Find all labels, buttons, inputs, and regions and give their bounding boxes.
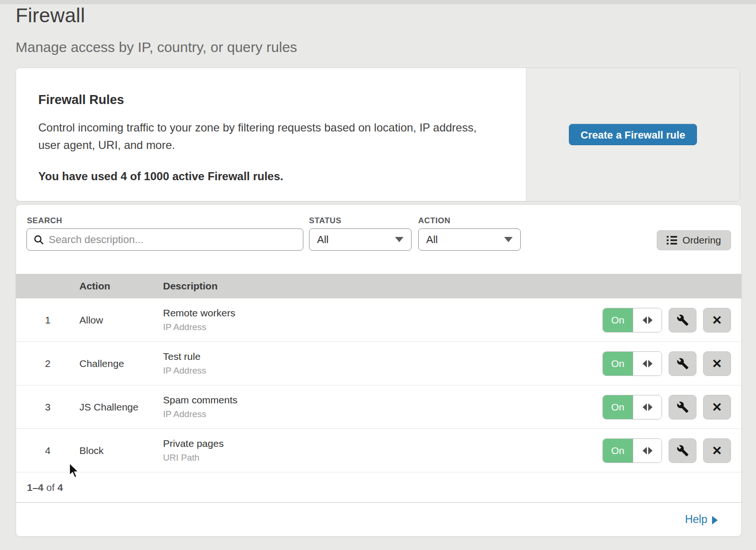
rule-action: Challenge bbox=[79, 358, 163, 369]
rule-description: Remote workers bbox=[163, 307, 602, 319]
rules-list: 1 Allow Remote workers IP Address On ✕ bbox=[16, 298, 741, 472]
page-subtitle: Manage access by IP, country, or query r… bbox=[16, 39, 297, 55]
top-edge-strip bbox=[0, 0, 756, 4]
table-row: 1 Allow Remote workers IP Address On ✕ bbox=[16, 298, 741, 342]
rule-enabled-toggle[interactable]: On bbox=[602, 395, 662, 419]
toggle-on-label: On bbox=[603, 308, 633, 332]
toggle-handle[interactable] bbox=[633, 308, 662, 332]
rule-match-type: IP Address bbox=[163, 322, 602, 332]
toggle-handle[interactable] bbox=[633, 352, 662, 375]
action-column-header: Action bbox=[79, 280, 163, 292]
rule-controls: On ✕ bbox=[602, 438, 741, 463]
edit-rule-button[interactable] bbox=[669, 308, 696, 332]
overview-usage-count: You have used 4 of 1000 active Firewall … bbox=[38, 170, 498, 183]
rule-description: Spam comments bbox=[163, 394, 602, 406]
chevron-down-icon bbox=[395, 237, 404, 242]
delete-rule-button[interactable]: ✕ bbox=[703, 351, 731, 376]
rule-priority: 2 bbox=[16, 358, 79, 369]
page-header: Firewall Manage access by IP, country, o… bbox=[16, 4, 297, 55]
toggle-on-label: On bbox=[603, 395, 633, 419]
triangle-right-icon bbox=[648, 403, 653, 411]
rule-description: Private pages bbox=[163, 438, 602, 449]
firewall-rules-list-card: SEARCH STATUS All ACTION All bbox=[16, 204, 742, 537]
pagination-range: 1–4 bbox=[27, 482, 43, 493]
search-label: SEARCH bbox=[27, 216, 62, 226]
close-icon: ✕ bbox=[712, 401, 722, 413]
filters-bar: SEARCH STATUS All ACTION All bbox=[16, 205, 741, 274]
wrench-icon bbox=[677, 358, 689, 370]
table-row: 3 JS Challenge Spam comments IP Address … bbox=[16, 385, 741, 429]
firewall-rules-overview-card: Firewall Rules Control incoming traffic … bbox=[16, 68, 740, 201]
search-input[interactable] bbox=[49, 234, 296, 246]
rule-priority: 3 bbox=[16, 402, 79, 413]
close-icon: ✕ bbox=[712, 314, 722, 326]
rule-action: Allow bbox=[79, 314, 163, 326]
delete-rule-button[interactable]: ✕ bbox=[703, 308, 731, 332]
status-selected-value: All bbox=[317, 234, 328, 246]
table-row: 2 Challenge Test rule IP Address On ✕ bbox=[16, 342, 741, 385]
ordered-list-icon bbox=[667, 236, 677, 245]
triangle-left-icon bbox=[643, 447, 647, 454]
card-footer: Help bbox=[16, 503, 741, 536]
rule-controls: On ✕ bbox=[602, 351, 741, 376]
search-icon bbox=[34, 235, 44, 245]
close-icon: ✕ bbox=[712, 445, 722, 457]
table-header: Action Description bbox=[16, 274, 741, 298]
arrow-right-icon bbox=[712, 516, 718, 524]
toggle-on-label: On bbox=[603, 352, 633, 375]
toggle-handle[interactable] bbox=[633, 439, 662, 463]
triangle-left-icon bbox=[643, 403, 647, 411]
rule-match-type: IP Address bbox=[163, 366, 602, 376]
action-select[interactable]: All bbox=[418, 228, 521, 251]
delete-rule-button[interactable]: ✕ bbox=[703, 395, 731, 419]
rule-match-type: URI Path bbox=[163, 453, 602, 463]
overview-text-panel: Firewall Rules Control incoming traffic … bbox=[16, 68, 526, 201]
edit-rule-button[interactable] bbox=[669, 351, 696, 376]
rule-priority: 1 bbox=[16, 314, 79, 326]
wrench-icon bbox=[677, 314, 689, 326]
rule-description-cell: Spam comments IP Address bbox=[163, 394, 602, 419]
rule-description: Test rule bbox=[163, 351, 602, 362]
help-link-label: Help bbox=[685, 513, 707, 526]
triangle-left-icon bbox=[643, 360, 647, 367]
pagination: 1–4 of 4 bbox=[16, 472, 741, 503]
rule-enabled-toggle[interactable]: On bbox=[602, 438, 662, 463]
status-label: STATUS bbox=[309, 216, 341, 226]
description-column-header: Description bbox=[163, 280, 741, 292]
page-title: Firewall bbox=[16, 4, 297, 27]
rule-description-cell: Remote workers IP Address bbox=[163, 307, 602, 332]
edit-rule-button[interactable] bbox=[669, 395, 696, 419]
overview-action-panel: Create a Firewall rule bbox=[526, 68, 739, 201]
ordering-button-label: Ordering bbox=[682, 235, 721, 246]
ordering-button[interactable]: Ordering bbox=[657, 230, 731, 250]
table-row: 4 Block Private pages URI Path On ✕ bbox=[16, 429, 741, 472]
overview-description: Control incoming traffic to your zone by… bbox=[38, 119, 487, 154]
rule-action: Block bbox=[79, 445, 163, 456]
status-select[interactable]: All bbox=[309, 228, 412, 251]
pagination-of: of bbox=[46, 482, 55, 493]
action-label: ACTION bbox=[418, 216, 450, 226]
pagination-total: 4 bbox=[58, 482, 63, 493]
chevron-down-icon bbox=[504, 237, 513, 242]
triangle-right-icon bbox=[648, 316, 653, 324]
toggle-handle[interactable] bbox=[633, 395, 662, 419]
toggle-on-label: On bbox=[603, 439, 633, 463]
wrench-icon bbox=[677, 401, 689, 413]
wrench-icon bbox=[677, 445, 689, 457]
triangle-left-icon bbox=[643, 316, 647, 324]
close-icon: ✕ bbox=[712, 358, 722, 370]
rule-enabled-toggle[interactable]: On bbox=[602, 308, 662, 332]
triangle-right-icon bbox=[648, 360, 653, 367]
search-box[interactable] bbox=[26, 228, 303, 251]
rule-priority: 4 bbox=[16, 445, 79, 456]
create-firewall-rule-button[interactable]: Create a Firewall rule bbox=[569, 124, 697, 145]
triangle-right-icon bbox=[648, 447, 653, 454]
rule-description-cell: Test rule IP Address bbox=[163, 351, 602, 376]
edit-rule-button[interactable] bbox=[669, 438, 696, 463]
rule-controls: On ✕ bbox=[602, 395, 741, 419]
delete-rule-button[interactable]: ✕ bbox=[703, 438, 731, 463]
help-link[interactable]: Help bbox=[685, 513, 718, 526]
rule-controls: On ✕ bbox=[602, 308, 741, 332]
rule-enabled-toggle[interactable]: On bbox=[602, 351, 662, 376]
rule-match-type: IP Address bbox=[163, 409, 602, 419]
